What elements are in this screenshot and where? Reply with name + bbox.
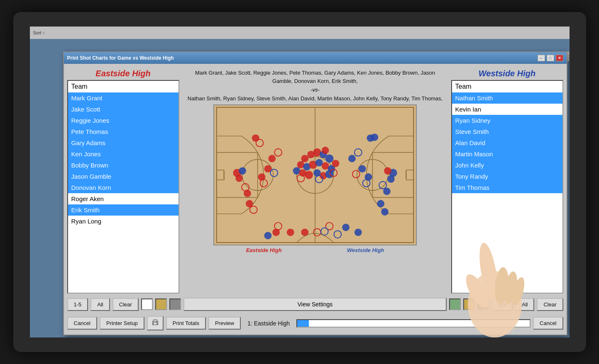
color-swatch-tan[interactable] [155,298,167,310]
svg-point-20 [355,228,362,236]
westside-player-martin-mason[interactable]: Martin Mason [452,148,562,160]
svg-point-73 [359,165,366,172]
westside-player-tony-randy[interactable]: Tony Randy [452,171,562,182]
matchup-vs: -vs- [311,87,320,93]
basketball-court [213,104,417,245]
svg-point-18 [264,232,271,239]
westside-player-steve-smith[interactable]: Steve Smith [452,126,562,137]
windows-logo-area [547,238,563,255]
eastside-player-bobby-brown[interactable]: Bobby Brown [68,160,178,171]
westside-player-list[interactable]: Team Nathan Smith Kevin Ian Ryan Sidney … [451,80,563,294]
cancel-left-button[interactable]: Cancel [67,317,97,330]
svg-point-35 [384,167,391,175]
bottom-controls: 1-5 All Clear View Settings 1-5 All Clea… [67,296,563,313]
titlebar-buttons: ─ □ ✕ [538,55,563,61]
eastside-team-row[interactable]: Team [68,81,178,92]
svg-point-36 [387,175,395,182]
close-button[interactable]: ✕ [556,55,563,61]
eastside-player-ken-jones[interactable]: Ken Jones [68,148,178,160]
eastside-player-reggie-jones[interactable]: Reggie Jones [68,115,178,126]
svg-point-52 [305,171,313,179]
printer-icon [152,319,159,326]
svg-point-67 [268,155,276,162]
sort-label[interactable]: Sort ↑ [33,30,45,35]
westside-1-5-button[interactable]: 1-5 [491,298,513,311]
eastside-player-donovan-korn[interactable]: Donovan Korn [68,182,178,193]
westside-player-kevin-ian[interactable]: Kevin Ian [452,104,562,115]
svg-rect-77 [154,323,157,325]
court-labels: Eastside High Westside High [213,245,417,255]
eastside-player-pete-thomas[interactable]: Pete Thomas [68,126,178,137]
eastside-player-erik-smith[interactable]: Erik Smith [68,204,178,216]
eastside-player-roger-aken[interactable]: Roger Aken [68,193,178,204]
tablet-frame: Sort ↑ Hide Print Shot Charts for Game v… [13,12,586,352]
preview-button[interactable]: Preview [208,317,241,330]
westside-player-ryan-sidney[interactable]: Ryan Sidney [452,115,562,126]
maximize-button[interactable]: □ [547,55,554,61]
westside-all-button[interactable]: All [515,298,534,311]
right-panel: Westside High Team Nathan Smith Kevin Ia… [451,67,563,294]
svg-point-19 [342,223,350,231]
svg-point-37 [301,155,308,162]
background-top-bar: Sort ↑ [30,27,570,39]
eastside-player-list[interactable]: Team Mark Grant Jake Scott Reggie Jones … [67,80,179,294]
print-icon-button[interactable] [147,316,164,330]
color-swatch-gray2[interactable] [477,298,489,310]
dialog-body: Eastside High Team Mark Grant Jake Scott… [64,64,567,335]
svg-point-42 [322,146,329,154]
dialog-title: Print Shot Charts for Game vs Westside H… [67,55,174,61]
eastside-player-gary-adams[interactable]: Gary Adams [68,137,178,148]
dialog-titlebar: Print Shot Charts for Game vs Westside H… [64,52,567,64]
westside-team-row[interactable]: Team [452,81,562,92]
progress-bar [296,319,531,328]
svg-point-13 [287,228,294,236]
eastside-all-button[interactable]: All [90,298,110,311]
progress-bar-fill [297,320,309,327]
westside-player-nathan-smith[interactable]: Nathan Smith [452,92,562,104]
westside-player-john-kelly[interactable]: John Kelly [452,160,562,171]
svg-point-41 [325,154,334,163]
svg-point-55 [325,170,334,178]
westside-team-header: Westside High [451,67,563,80]
main-dialog: Print Shot Charts for Game vs Westside H… [63,51,567,335]
color-swatch-gray[interactable] [169,298,181,310]
westside-player-tim-thomas[interactable]: Tim Thomas [452,182,562,193]
tablet-screen: Sort ↑ Hide Print Shot Charts for Game v… [30,27,570,337]
color-swatch-white[interactable] [141,298,153,310]
court-label-westside: Westside High [347,247,384,253]
eastside-player-ryan-long[interactable]: Ryan Long [68,216,178,227]
svg-point-63 [252,134,259,142]
eastside-team-header: Eastside High [67,67,179,80]
westside-clear-button[interactable]: Clear [537,298,563,311]
eastside-player-jake-scott[interactable]: Jake Scott [68,104,178,115]
eastside-1-5-button[interactable]: 1-5 [67,298,88,311]
cancel-right-button[interactable]: Cancel [533,317,563,330]
printer-setup-button[interactable]: Printer Setup [100,317,144,330]
center-panel: Mark Grant, Jake Scott, Reggie Jones, Pe… [183,67,448,294]
svg-point-49 [332,160,340,167]
svg-point-26 [244,189,251,197]
color-swatch-green[interactable] [449,298,461,310]
minimize-button[interactable]: ─ [538,55,545,61]
left-panel: Eastside High Team Mark Grant Jake Scott… [67,67,179,294]
windows-logo [547,238,559,250]
color-swatch-tan2[interactable] [463,298,475,310]
westside-player-alan-david[interactable]: Alan David [452,137,562,148]
print-totals-button[interactable]: Print Totals [166,317,206,330]
eastside-clear-button[interactable]: Clear [112,298,139,311]
svg-point-32 [239,167,246,175]
matchup-eastside-players: Mark Grant, Jake Scott, Reggie Jones, Pe… [183,67,448,87]
court-label-eastside: Eastside High [246,247,282,253]
svg-point-60 [258,173,266,181]
svg-point-69 [348,155,356,162]
svg-rect-76 [154,320,157,322]
bottom-actions: Cancel Printer Setup Print Totals Previe… [67,315,563,331]
svg-point-62 [365,173,372,181]
eastside-player-jason-gamble[interactable]: Jason Gamble [68,171,178,182]
svg-rect-78 [156,322,157,323]
view-settings-button[interactable]: View Settings [183,298,447,311]
svg-point-33 [235,175,243,182]
eastside-player-mark-grant[interactable]: Mark Grant [68,92,178,104]
main-content: Eastside High Team Mark Grant Jake Scott… [67,67,563,294]
matchup-westside-players: Nathan Smith, Ryan Sidney, Steve Smith, … [184,93,446,104]
